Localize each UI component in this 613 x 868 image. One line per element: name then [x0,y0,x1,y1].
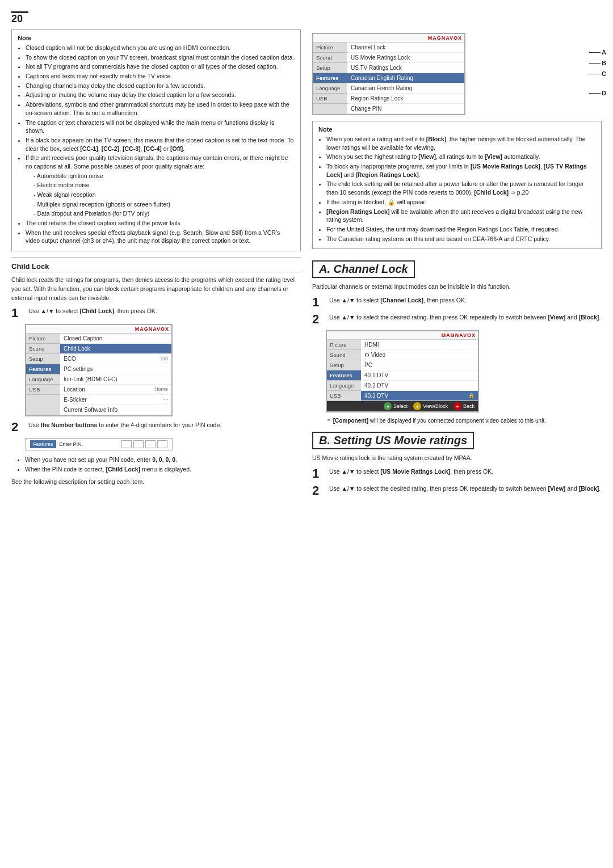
tv-brand-cl: MAGNAVOX [327,331,478,340]
right-column: MAGNAVOX Picture Sound Setup Features La… [312,30,602,502]
sidebar-cl-picture: Picture [327,340,361,350]
star-note: ＊ [Component] will be displayed if you c… [326,417,602,425]
green-icon: ● [384,402,392,410]
menu-cl-402: 40.2 DTV [361,381,478,391]
step-a2: 2 Use ▲/▼ to select the desired rating, … [312,313,602,326]
sidebar-cl-usb: USB [327,391,361,401]
menu-cl-video: ⚙ Video [361,350,478,360]
menu-cl-hdmi: HDMI [361,340,478,350]
label-d: D [589,90,606,96]
section-b-body: US Movie ratings lock is the rating syst… [312,454,602,463]
sidebar-cl-features: Features [327,370,361,381]
menu-cl-pc: PC [361,360,478,370]
label-a: A [589,49,606,56]
child-lock-body: Child lock reads the ratings for program… [11,276,301,302]
menu-cl-403: 40.3 DTV🔒 [361,391,478,401]
note-item: Closed caption will not be displayed whe… [26,44,295,52]
step-2: 2 Use the Number buttons to enter the 4-… [11,421,301,433]
step-1-text: Use ▲/▼ to select [Child Lock], then pre… [28,307,301,316]
note-item: If the unit receives poor quality televi… [26,154,295,218]
step-a1-text: Use ▲/▼ to select [Channel Lock], then p… [329,296,602,305]
pin-boxes [121,440,167,448]
sidebar-cl-sound: Sound [327,350,361,360]
yellow-icon: ● [413,402,421,410]
pin-bullets: When you have not set up your PIN code, … [11,455,301,474]
sidebar-r-features: Features [313,73,347,83]
sidebar-r-usb: USB [313,94,347,104]
menu-funlink: fun-Link (HDMI CEC) [60,374,171,385]
note-item: To show the closed caption on your TV sc… [26,53,295,62]
btn-view-block-label: View/Block [423,403,448,409]
note-item: When the unit receives special effects p… [26,229,295,245]
label-b: B [589,60,606,66]
btn-view-block: ● View/Block [413,402,448,410]
step-b1-text: Use ▲/▼ to select [US Movie Ratings Lock… [329,467,602,477]
step-b1-number: 1 [312,467,325,480]
pin-prompt: Enter PIN. [60,441,118,447]
btn-select-label: Select [393,403,408,409]
menu-esticker: E-Sticker- - [60,395,171,405]
note-item: The caption or text characters will not … [26,119,295,135]
tv-ratings-row: Picture Sound Setup Features Language US… [313,43,464,114]
red-icon: ● [454,402,461,410]
cause-item: Automobile ignition noise [33,172,295,180]
note-item: Captions and texts may not exactly match… [26,72,295,81]
note-item: Changing channels may delay the closed c… [26,82,295,90]
sidebar-usb: USB [26,385,60,395]
tv-menu-childlock: MAGNAVOX Picture Sound Setup Features La… [25,324,173,416]
cause-item: Weak signal reception [33,191,295,199]
note-item-r8: The Canadian rating systems on this unit… [326,235,595,243]
cause-item: Electric motor noise [33,181,295,189]
btn-back-label: Back [463,403,475,409]
menu-software-info: Current Software Info [60,405,171,415]
step-a2-text: Use ▲/▼ to select the desired rating, th… [329,313,602,322]
menu-channel-lock: Channel Lock [347,43,464,53]
tv-cl-row: Picture Sound Setup Features Language US… [327,340,478,401]
note-item-r2: When you set the highest rating to [View… [326,153,595,161]
menu-us-tv: US TV Ratings Lock [347,63,464,73]
pin-bullet-1: When you have not set up your PIN code, … [25,455,301,465]
note-item-r5: If the rating is blocked, 🔒 will appear. [326,198,595,207]
note-list-ratings: When you select a rating and set it to [… [318,135,595,243]
pin-bullet-2: When the PIN code is correct, [Child Loc… [25,465,301,474]
tv-menu-content: Closed Caption Child Lock ECOOn PC setti… [60,334,171,415]
sidebar-r-language: Language [313,83,347,94]
section-a-body: Particular channels or external input mo… [312,283,602,292]
pin-label: Features [30,440,56,448]
tv-brand-ratings: MAGNAVOX [313,34,464,43]
tv-menu-row: Picture Sound Setup Features Language US… [26,334,171,415]
divider [11,257,301,258]
tv-menu-channel-lock: MAGNAVOX Picture Sound Setup Features La… [326,330,479,412]
menu-location: LocationHome [60,385,171,395]
tv-ratings-sidebar: Picture Sound Setup Features Language US… [313,43,347,114]
note-box-captions: Note Closed caption will not be displaye… [11,30,301,251]
note-title: Note [18,35,295,41]
pin-box-2 [133,440,144,448]
menu-region-lock: Region Ratings Lock [347,94,464,104]
step-b1: 1 Use ▲/▼ to select [US Movie Ratings Lo… [312,467,602,480]
sidebar-features: Features [26,364,60,374]
menu-change-pin: Change PIN [347,104,464,114]
tv-menu-ratings: MAGNAVOX Picture Sound Setup Features La… [312,33,465,115]
note-item-r1: When you select a rating and set it to [… [326,135,595,151]
pin-box-3 [145,440,156,448]
menu-closed-caption: Closed Caption [60,334,171,344]
tv-ratings-content: Channel Lock US Movie Ratings Lock US TV… [347,43,464,114]
step-a1-number: 1 [312,296,325,309]
note-item-r7: For the United States, the unit may down… [326,225,595,234]
step-b2-number: 2 [312,484,325,497]
sidebar-setup: Setup [26,354,60,364]
menu-can-english: Canadian English Rating [347,73,464,83]
channel-lock-bottom-bar: ● Select ● View/Block ● Back [327,401,478,411]
sidebar-r-picture: Picture [313,43,347,53]
pin-box-1 [121,440,132,448]
note-box-ratings: Note When you select a rating and set it… [312,121,602,249]
sidebar-r-sound: Sound [313,53,347,63]
note-item: Abbreviations, symbols and other grammat… [26,100,295,117]
menu-pc-settings: PC settings [60,364,171,374]
step-2-number: 2 [11,421,24,433]
menu-eco: ECOOn [60,354,171,364]
pin-entry: Features Enter PIN. [25,438,173,450]
note-list: Closed caption will not be displayed whe… [18,44,295,245]
section-b-heading: B. Setting US Movie ratings [312,432,474,449]
